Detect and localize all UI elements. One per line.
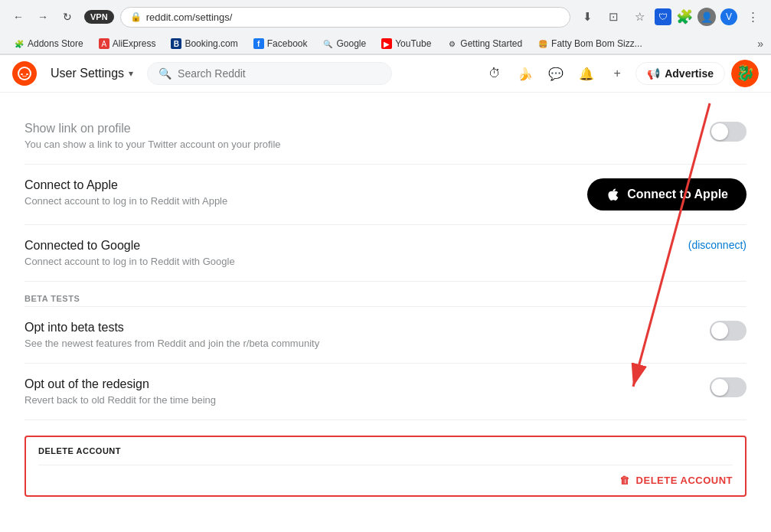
bookmarks-bar: 🧩 Addons Store A AliExpress B Booking.co… (0, 34, 771, 54)
opt-out-redesign-info: Opt out of the redesign Revert back to o… (25, 377, 694, 406)
booking-favicon: B (171, 38, 181, 49)
google-setting-info: Connected to Google Connect account to l… (25, 239, 673, 267)
trash-icon: 🗑 (619, 475, 630, 486)
browser-chrome: ← → ↻ VPN 🔒 reddit.com/settings/ ⬇ ⊡ ☆ 🛡… (0, 0, 771, 55)
apple-connect-control: Connect to Apple (587, 178, 746, 211)
forward-button[interactable]: → (32, 6, 54, 28)
advertise-icon: 📢 (647, 67, 660, 80)
connect-to-apple-button[interactable]: Connect to Apple (587, 178, 746, 211)
search-icon: 🔍 (158, 67, 172, 80)
refresh-button[interactable]: ↻ (57, 6, 78, 28)
search-input[interactable] (178, 67, 381, 80)
bitwarden-extension-icon[interactable]: 🛡 (655, 8, 671, 25)
apple-setting-row: Connect to Apple Connect account to log … (25, 165, 746, 225)
opt-in-beta-row: Opt into beta tests See the newest featu… (25, 307, 746, 364)
dropdown-arrow-icon: ▾ (129, 68, 133, 79)
svg-point-2 (21, 73, 23, 75)
reddit-snoo-icon (17, 66, 32, 81)
back-button[interactable]: ← (8, 6, 29, 28)
bookmark-aliexpress-label: AliExpress (113, 38, 156, 49)
bookmark-youtube[interactable]: ▶ YouTube (375, 36, 437, 51)
delete-account-header: DELETE ACCOUNT (38, 446, 733, 465)
bookmark-addons-store[interactable]: 🧩 Addons Store (8, 36, 90, 51)
twitter-setting-row: Show link on profile You can show a link… (25, 108, 746, 165)
advertise-button[interactable]: 📢 Advertise (635, 62, 725, 85)
apple-setting-desc: Connect account to log in to Reddit with… (25, 195, 572, 207)
add-button[interactable]: + (605, 61, 629, 86)
bookmark-addons-store-label: Addons Store (28, 38, 83, 49)
main-content: Show link on profile You can show a link… (0, 93, 771, 532)
delete-account-section: DELETE ACCOUNT 🗑 DELETE ACCOUNT (25, 436, 746, 497)
opt-out-redesign-toggle[interactable] (710, 377, 746, 397)
user-settings-dropdown[interactable]: User Settings ▾ (44, 64, 139, 83)
bookmark-fatty-label: Fatty Bom Bom Sizz... (551, 38, 642, 49)
opt-out-redesign-control (710, 377, 746, 397)
header-actions: ⏱ 🍌 💬 🔔 + 📢 Advertise 🐉 (482, 60, 759, 87)
bookmark-getting-started-label: Getting Started (460, 38, 522, 49)
reddit-logo[interactable] (12, 61, 37, 86)
opt-in-beta-control (710, 321, 746, 341)
security-extension-icon[interactable]: V (720, 8, 737, 25)
cast-button[interactable]: ⊡ (603, 6, 624, 28)
google-setting-title: Connected to Google (25, 239, 673, 253)
profile-icon[interactable]: 👤 (697, 8, 716, 26)
opt-out-redesign-title: Opt out of the redesign (25, 377, 694, 391)
avatar-icon: 🐉 (731, 60, 759, 87)
bookmark-google-label: Google (336, 38, 366, 49)
bookmark-booking-label: Booking.com (185, 38, 237, 49)
google-favicon: 🔍 (322, 38, 333, 49)
google-setting-row: Connected to Google Connect account to l… (25, 225, 746, 282)
disconnect-google-link[interactable]: (disconnect) (688, 239, 746, 251)
fatty-favicon: 🍔 (537, 38, 548, 49)
browser-toolbar: ← → ↻ VPN 🔒 reddit.com/settings/ ⬇ ⊡ ☆ 🛡… (0, 0, 771, 34)
bookmark-booking[interactable]: B Booking.com (165, 36, 243, 51)
twitter-setting-desc: You can show a link to your Twitter acco… (25, 139, 694, 150)
aliexpress-favicon: A (99, 38, 109, 49)
svg-point-3 (26, 73, 28, 75)
google-setting-desc: Connect account to log in to Reddit with… (25, 256, 673, 267)
bookmark-google[interactable]: 🔍 Google (316, 36, 372, 51)
twitter-toggle-control (710, 122, 746, 142)
star-button[interactable]: ☆ (629, 6, 650, 28)
delete-account-button[interactable]: 🗑 DELETE ACCOUNT (619, 475, 733, 486)
bookmark-aliexpress[interactable]: A AliExpress (93, 36, 162, 51)
twitter-setting-info: Show link on profile You can show a link… (25, 122, 694, 150)
google-disconnect-control: (disconnect) (688, 239, 746, 251)
opt-in-beta-title: Opt into beta tests (25, 321, 694, 335)
opt-out-redesign-row: Opt out of the redesign Revert back to o… (25, 364, 746, 420)
reddit-header: User Settings ▾ 🔍 ⏱ 🍌 💬 🔔 + 📢 Advertise … (0, 55, 771, 93)
svg-text:🐉: 🐉 (736, 64, 755, 82)
extensions-icon[interactable]: 🧩 (676, 8, 693, 25)
delete-account-label: DELETE ACCOUNT (636, 475, 733, 486)
notifications-button[interactable]: 🔔 (574, 61, 599, 86)
bookmark-getting-started[interactable]: ⚙ Getting Started (440, 36, 528, 51)
opt-in-beta-info: Opt into beta tests See the newest featu… (25, 321, 694, 349)
more-bookmarks-button[interactable]: » (757, 38, 763, 50)
address-bar[interactable]: 🔒 reddit.com/settings/ (120, 7, 570, 28)
bookmark-youtube-label: YouTube (395, 38, 431, 49)
user-settings-label: User Settings (51, 67, 124, 80)
beta-tests-section-header: BETA TESTS (25, 282, 746, 307)
banana-button[interactable]: 🍌 (513, 61, 537, 86)
browser-actions: ⬇ ⊡ ☆ 🛡 🧩 👤 V ⋮ (577, 6, 763, 28)
nav-buttons: ← → ↻ (8, 6, 78, 28)
connect-to-apple-label: Connect to Apple (627, 188, 728, 201)
bookmark-facebook[interactable]: f Facebook (247, 36, 314, 51)
download-button[interactable]: ⬇ (577, 6, 598, 28)
svg-point-1 (19, 68, 30, 79)
bookmark-fatty[interactable]: 🍔 Fatty Bom Bom Sizz... (531, 36, 648, 51)
twitter-toggle[interactable] (710, 122, 746, 142)
timer-button[interactable]: ⏱ (482, 61, 507, 86)
advertise-label: Advertise (665, 67, 714, 80)
search-bar[interactable]: 🔍 (147, 62, 392, 85)
bookmark-facebook-label: Facebook (267, 38, 308, 49)
apple-setting-title: Connect to Apple (25, 178, 572, 192)
more-options-button[interactable]: ⋮ (742, 6, 763, 28)
apple-setting-info: Connect to Apple Connect account to log … (25, 178, 572, 207)
chat-button[interactable]: 💬 (544, 61, 568, 86)
opt-in-beta-toggle[interactable] (710, 321, 746, 341)
user-avatar[interactable]: 🐉 (731, 60, 759, 87)
apple-logo-icon (606, 188, 619, 201)
vpn-badge[interactable]: VPN (84, 10, 114, 24)
facebook-favicon: f (253, 38, 264, 49)
